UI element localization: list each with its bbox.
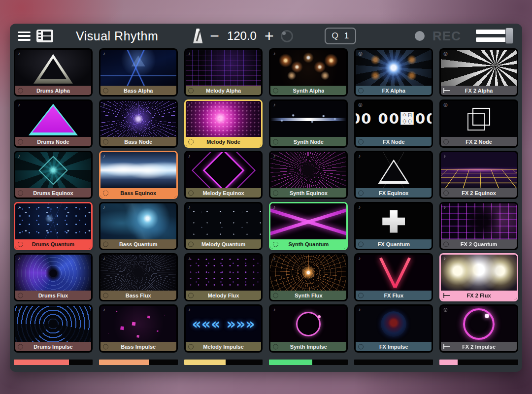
clip-cell[interactable]: ♪Drums Alpha — [14, 48, 93, 97]
tempo-decrease-button[interactable]: − — [210, 28, 219, 44]
pink-tunnel-thumbnail[interactable]: ♪ — [186, 101, 262, 137]
clip-cell[interactable]: ♪FX Impulse — [354, 304, 433, 353]
kaleido-thumbnail[interactable]: ◎ — [356, 50, 432, 86]
oneshot-indicator-icon[interactable] — [443, 344, 450, 349]
white-cross-thumbnail[interactable]: ♪ — [356, 203, 432, 239]
circle-indicator-icon[interactable] — [18, 139, 23, 144]
circle-indicator-icon[interactable] — [443, 139, 449, 144]
teal-kaleido-thumbnail[interactable]: ♪ — [15, 152, 91, 188]
clip-cell[interactable]: ♪Bass Flux — [99, 253, 178, 301]
circle-indicator-icon[interactable] — [18, 88, 23, 93]
clip-cell[interactable]: ♪Synth Node — [269, 99, 348, 148]
oneshot-indicator-icon[interactable] — [443, 293, 450, 298]
flares-thumbnail[interactable]: ♪ — [270, 50, 346, 86]
magenta-x-thumbnail[interactable]: ♪ — [270, 203, 346, 239]
master-slider[interactable] — [475, 28, 514, 44]
neon-ring-thumbnail[interactable]: ◎ — [441, 306, 517, 342]
clip-cell[interactable]: ♪Melody Flux — [184, 253, 263, 301]
circle-indicator-icon[interactable] — [273, 139, 278, 144]
clip-cell[interactable]: ♪Melody Quantum — [184, 202, 263, 250]
wire-cube-thumbnail[interactable]: ◎ — [441, 101, 517, 137]
dark-burst-thumbnail[interactable]: ♪ — [100, 255, 176, 291]
tap-tempo-dial-icon[interactable] — [281, 30, 293, 42]
neon-diamonds-thumbnail[interactable]: ♪ — [186, 152, 262, 188]
oneshot-indicator-icon[interactable] — [443, 88, 450, 93]
clip-cell[interactable]: ♪Drums Flux — [14, 253, 93, 301]
clip-cell[interactable]: ♪Drums Equinox — [14, 151, 93, 199]
glow-orbs-thumbnail[interactable]: ♪ — [441, 255, 517, 291]
clip-cell[interactable]: ♪FX Quantum — [354, 202, 433, 250]
circle-indicator-icon[interactable] — [273, 190, 278, 196]
circle-indicator-icon[interactable] — [188, 241, 194, 247]
circle-indicator-icon[interactable] — [358, 241, 364, 247]
wire-blue-thumbnail[interactable]: ♪ — [100, 50, 176, 86]
circle-indicator-icon[interactable] — [358, 344, 364, 349]
clip-cell[interactable]: ♪Melody Node — [184, 99, 263, 148]
circle-indicator-icon[interactable] — [443, 190, 449, 196]
magenta-rays-thumbnail[interactable]: ♪ — [270, 152, 346, 188]
swirl-thumbnail[interactable]: ♪ — [15, 255, 91, 291]
circle-indicator-icon[interactable] — [358, 190, 364, 196]
clip-cell[interactable]: ♪Synth Quantum — [269, 202, 348, 250]
pink-squares-thumbnail[interactable]: ♪ — [100, 306, 176, 342]
clip-cell[interactable]: ♪Synth Flux — [269, 253, 348, 301]
clip-cell[interactable]: ♪Bass Equinox — [99, 151, 178, 199]
circle-indicator-icon[interactable] — [103, 241, 108, 247]
hamburger-menu-icon[interactable] — [18, 32, 31, 41]
circle-indicator-icon[interactable] — [103, 293, 108, 298]
clip-cell[interactable]: ♪Bass Impulse — [99, 304, 178, 353]
red-v-thumbnail[interactable]: ♪ — [356, 255, 432, 291]
clip-cell[interactable]: ◎FX Node — [354, 99, 433, 148]
loop-indicator-icon[interactable] — [103, 190, 108, 196]
clip-cell[interactable]: ♪Drums Quantum — [14, 202, 93, 250]
nebula-thumbnail[interactable]: ♪ — [100, 203, 176, 239]
metronome-icon[interactable] — [193, 29, 203, 43]
clip-cell[interactable]: ♪FX 2 Flux — [439, 253, 518, 301]
circle-indicator-icon[interactable] — [273, 88, 278, 93]
particle-net-thumbnail[interactable]: ♪ — [15, 203, 91, 239]
circle-indicator-icon[interactable] — [188, 190, 194, 196]
starfield-thumbnail[interactable]: ♪ — [186, 203, 262, 239]
tri-beam-thumbnail[interactable]: ♪ — [15, 50, 91, 86]
loop-indicator-icon[interactable] — [188, 139, 194, 144]
violet-specks-thumbnail[interactable]: ♪ — [186, 255, 262, 291]
clip-cell[interactable]: ◎FX 2 Alpha — [439, 48, 518, 97]
clip-cell[interactable]: ◎FX 2 Node — [439, 99, 518, 148]
clip-cell[interactable]: ♪FX 2 Quantum — [439, 202, 518, 250]
clip-cell[interactable]: ♪Melody Equinox — [184, 151, 263, 199]
tempo-increase-button[interactable]: + — [265, 28, 274, 44]
clip-cell[interactable]: ♪Bass Quantum — [99, 202, 178, 250]
record-dot-icon[interactable] — [415, 31, 425, 41]
film-strip-icon[interactable] — [36, 30, 53, 42]
synthwave-thumbnail[interactable]: ♪ — [441, 152, 517, 188]
circle-indicator-icon[interactable] — [443, 241, 449, 247]
blue-arcs-thumbnail[interactable]: ♪ — [15, 306, 91, 342]
clip-cell[interactable]: ♪Drums Node — [14, 99, 93, 148]
plasma-thumbnail[interactable]: ♪ — [100, 152, 176, 188]
slider-knob[interactable] — [505, 28, 513, 44]
circle-indicator-icon[interactable] — [103, 88, 108, 93]
circle-indicator-icon[interactable] — [358, 139, 364, 144]
circle-indicator-icon[interactable] — [18, 344, 23, 349]
circle-indicator-icon[interactable] — [18, 190, 23, 196]
clip-cell[interactable]: ♪FX 2 Equinox — [439, 151, 518, 199]
clip-cell[interactable]: ♪Melody Alpha — [184, 48, 263, 97]
clip-cell[interactable]: ♪Bass Alpha — [99, 48, 178, 97]
loop-indicator-icon[interactable] — [18, 241, 23, 247]
circuit-thumbnail[interactable]: ♪ — [186, 50, 262, 86]
circle-indicator-icon[interactable] — [188, 88, 194, 93]
circuit-blocks-thumbnail[interactable]: ♪ — [441, 203, 517, 239]
mono-rays-thumbnail[interactable]: ◎ — [441, 50, 517, 86]
circle-indicator-icon[interactable] — [103, 139, 108, 144]
circle-indicator-icon[interactable] — [188, 344, 194, 349]
tempo-value[interactable]: 120.0 — [226, 29, 258, 43]
clip-cell[interactable]: ♪Bass Node — [99, 99, 178, 148]
ring-pairs-thumbnail[interactable]: ◎ — [356, 101, 432, 137]
chevrons-thumbnail[interactable]: ♪ — [186, 306, 262, 342]
circle-indicator-icon[interactable] — [358, 293, 364, 298]
loop-indicator-icon[interactable] — [273, 241, 278, 247]
circle-indicator-icon[interactable] — [18, 293, 23, 298]
streak-thumbnail[interactable]: ♪ — [270, 101, 346, 137]
magenta-tri-thumbnail[interactable]: ♪ — [15, 101, 91, 137]
clip-cell[interactable]: ♪Synth Impulse — [269, 304, 348, 353]
